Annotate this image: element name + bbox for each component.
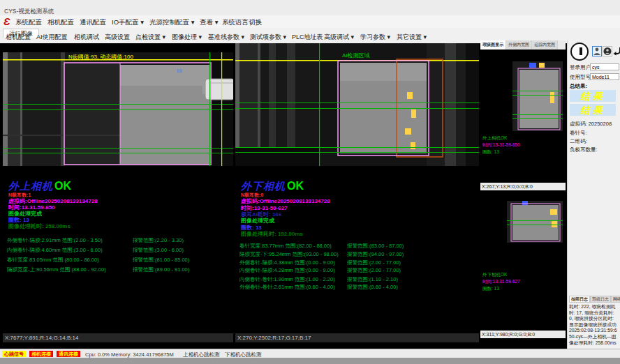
menu-comm-config[interactable]: 通讯配置 — [80, 18, 106, 27]
tool-test-param[interactable]: 测试项参数 ▾ — [250, 33, 286, 42]
menu-system-config[interactable]: 系统配置 — [15, 18, 42, 27]
svg-text:外下相机OK: 外下相机OK — [482, 272, 508, 278]
pause-icon — [577, 47, 582, 55]
measurement-row: 内侧卷针-隔膜:4.60mm 范围:(3.00 - 6.00) 报警范围:(3.… — [3, 247, 233, 254]
tool-advanced-set[interactable]: 高级设置 — [105, 33, 130, 42]
log-tab-network[interactable]: 网络日志 — [611, 296, 620, 303]
result-text-2: 结果 — [580, 105, 605, 116]
process-elapsed: 图像处理耗时: 258.00ms — [8, 222, 71, 230]
thumb-tab-outer[interactable]: 外侧内宽图 — [506, 40, 532, 50]
measurement-row: 外侧卷针-隔膜:2.91mm 范围:(2.00 - 3.50) 报警范围:(2.… — [3, 237, 233, 244]
tool-baseline-param[interactable]: 基准线参数 ▾ — [208, 33, 244, 42]
tool-spot-check[interactable]: 点检设置 ▾ — [135, 33, 165, 42]
measurement-row: 内侧卷针-卷针:1.90mm 范围:(1.00 - 2.20) 报警范围:(1.… — [235, 276, 479, 283]
svg-text:时间:13-31-59-650: 时间:13-31-59-650 — [482, 142, 520, 148]
tool-adv-debug[interactable]: 高级调试 ▾ — [324, 33, 354, 42]
pin-number-label: 卷针号: — [570, 130, 587, 137]
left-camera-panel[interactable]: N齿阈值:93, 动态阈值:100 88 外上相机OK N极耳数:1 虚拟码:O… — [3, 43, 233, 343]
tool-plc-table[interactable]: PLC地址表 — [292, 33, 323, 42]
menu-io-config[interactable]: IO手配置 ▾ — [112, 18, 144, 27]
virtual-code-label: 虚拟码: — [570, 121, 587, 128]
qrcode-label: 二维码: — [570, 138, 587, 145]
login-user-label: 登录用户: — [570, 64, 592, 71]
virtual-code-row: 虚拟码: 20250208 — [570, 121, 612, 128]
pixel-coords-readout: X:270;Y:2502;R:17;G:17;B:17 — [235, 333, 479, 342]
pixel-coords-readout: X:267;Y:13;R:0;G:0;B:0 — [480, 183, 566, 190]
thumb-tab-track[interactable]: 追踪内宽图 — [532, 40, 558, 50]
svg-text:圈数: 13: 圈数: 13 — [482, 286, 499, 291]
thumb-tab-strip: 瑕疵图显示 外侧内宽图 追踪内宽图 — [480, 40, 566, 50]
tool-image-process[interactable]: 图像处理 ▾ — [172, 33, 202, 42]
thumb-tab-defect[interactable]: 瑕疵图显示 — [480, 40, 506, 50]
status-bar: 心跳信号 相机连接 通讯连接 Cpu: 0.0% Memory: 3424.41… — [0, 349, 620, 358]
pause-button[interactable] — [570, 43, 589, 61]
camera-title: 外下相机 — [241, 180, 286, 192]
titlebar: CYS-视觉检测系统 — [0, 0, 620, 16]
tool-camera-config[interactable]: 相机配置 — [6, 33, 31, 42]
right-sidebar: 登录用户: 使用型号: 总结果: 结果 结果 虚拟码: 20250208 卷针号… — [567, 40, 620, 349]
middle-camera-image[interactable]: AI检测区域 — [235, 43, 479, 166]
svg-text:圈数: 13: 圈数: 13 — [482, 149, 499, 155]
svg-text:时间:13-31-59-627: 时间:13-31-59-627 — [482, 279, 520, 285]
tool-ai-config[interactable]: AI使用配置 — [36, 33, 68, 42]
measurement-row: 隔膜宽度-上:90.56mm 范围:(88.00 - 92.00) 报警范围:(… — [3, 266, 233, 273]
thumb-image-bottom[interactable]: 外下相机OK 时间:13-31-59-627 圈数: 13 — [480, 192, 566, 331]
tool-camera-debug[interactable]: 相机调试 — [74, 33, 99, 42]
heartbeat-badge: 心跳信号 — [2, 351, 26, 357]
measurement-row: 卷针宽度:83.05mm 范围:(80.00 - 86.00) 报警范围:(81… — [3, 257, 233, 264]
switch-user-button[interactable] — [612, 46, 620, 56]
menu-view[interactable]: 查看 ▾ — [200, 18, 218, 27]
thumb-image-top[interactable]: 外上相机OK 时间:13-31-59-650 圈数: 13 — [480, 50, 566, 183]
log-tab-strip: 拍照日志 瑕疵日志 网络日志 — [569, 296, 619, 303]
tool-other-set[interactable]: 其它设置 ▾ — [397, 33, 427, 42]
tool-learn-param[interactable]: 学习参数 ▾ — [360, 33, 390, 42]
app-window: CYS-视觉检测系统 Ɛ 系统配置 相机配置 通讯配置 IO手配置 ▾ 光源控制… — [0, 0, 620, 364]
menu-camera-config[interactable]: 相机配置 — [47, 18, 74, 27]
result-box-1: 结果 — [570, 90, 616, 102]
threshold-overlay-label: N齿阈值:93, 动态阈值:100 — [68, 54, 133, 60]
menu-light-config[interactable]: 光源控制配置 ▾ — [149, 18, 194, 27]
ai-area-label: AI检测区域 — [342, 52, 370, 59]
negative-tab-label: 负极耳数量: — [570, 146, 598, 153]
camera-link-badge: 相机连接 — [29, 351, 53, 357]
camera-title: 外上相机 — [8, 180, 53, 192]
model-field[interactable] — [590, 73, 619, 80]
user-button[interactable] — [592, 46, 602, 56]
result-text-1: 结果 — [580, 91, 605, 102]
measurement-row: 卷针宽度:83.77mm 范围:(82.00 - 88.00) 报警范围:(83… — [235, 243, 479, 250]
log-tab-defect[interactable]: 瑕疵日志 — [590, 296, 611, 303]
ok-badge: OK — [54, 180, 71, 192]
ok-badge: OK — [287, 180, 304, 192]
log-text: 耗时: 222, 瑕疵检测耗时: 17, 瑕疵分类耗时: 0, 瑕疵拼接分区耗时… — [569, 304, 619, 346]
model-label: 使用型号: — [570, 74, 592, 81]
app-logo-icon: Ɛ — [3, 15, 10, 27]
person-circle-icon — [603, 47, 612, 56]
total-result-label: 总结果: — [570, 83, 587, 90]
window-bottom-edge — [0, 358, 620, 364]
left-camera-image[interactable]: N齿阈值:93, 动态阈值:100 88 — [3, 52, 233, 166]
comm-link-badge: 通讯连接 — [57, 351, 80, 357]
model-row: 使用型号: — [570, 74, 592, 81]
menu-language-switch[interactable]: 系统语言切换 — [222, 18, 262, 27]
measurement-row: 内侧卷针-隔膜:4.28mm 范围:(0.00 - 9.00) 报警范围:(2.… — [235, 267, 479, 274]
middle-camera-panel[interactable]: AI检测区域 外下相机OK N极耳数:0 虚拟码:Offline20250208… — [235, 43, 479, 343]
result-box-2: 结果 — [570, 104, 616, 116]
cpu-memory-text: Cpu: 0.0% Memory: 3424.41796875M — [85, 351, 174, 358]
pixel-coords-readout: X:7677;Y:891;R:14;G:14;B:14 — [3, 333, 233, 342]
login-user-field[interactable] — [590, 63, 619, 70]
pixel-coords-readout: X:311;Y:980;R:0;G:0;B:0 — [480, 331, 566, 338]
menu-bar: Ɛ 系统配置 相机配置 通讯配置 IO手配置 ▾ 光源控制配置 ▾ 查看 ▾ 系… — [0, 15, 620, 29]
measurement-row: 外侧卷针-隔膜:4.38mm 范围:(0.00 - 9.00) 报警范围:(2.… — [235, 259, 479, 266]
login-user-row: 登录用户: — [570, 64, 592, 71]
log-tab-photo[interactable]: 拍照日志 — [569, 296, 590, 303]
measurement-row: 外侧卷针-卷针:2.61mm 范围:(0.60 - 4.00) 报警范围:(0.… — [235, 284, 479, 291]
svg-text:外上相机OK: 外上相机OK — [482, 135, 508, 141]
thumbnail-column: 瑕疵图显示 外侧内宽图 追踪内宽图 外上相机OK 时间:13-31-59-650… — [480, 40, 566, 343]
profile-circle-button[interactable] — [603, 46, 612, 56]
user-icon — [593, 47, 601, 56]
main-area: N齿阈值:93, 动态阈值:100 88 外上相机OK N极耳数:1 虚拟码:O… — [0, 43, 620, 349]
blue-tag-label: 88 — [177, 68, 182, 73]
switch-arrow-icon — [612, 46, 620, 56]
measurement-row: 隔膜宽度-下:95.24mm 范围:(93.00 - 98.00) 报警范围:(… — [235, 251, 479, 258]
virtual-code-value: 20250208 — [589, 121, 612, 127]
